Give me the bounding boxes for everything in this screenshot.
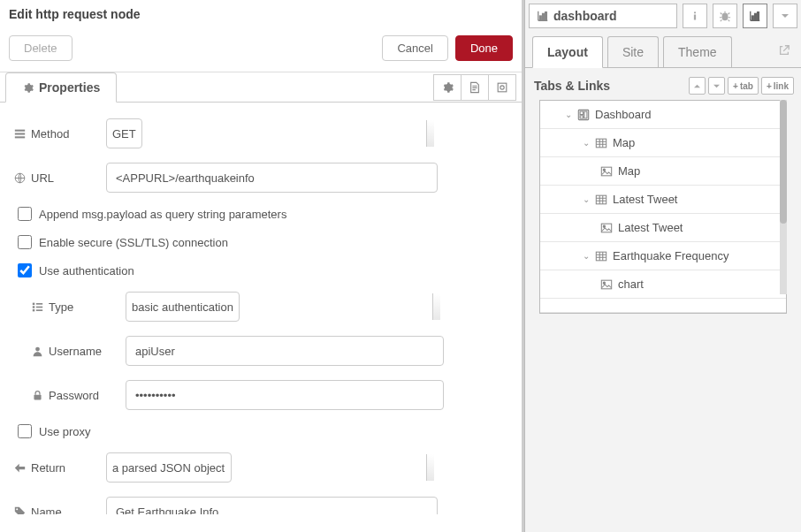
- cancel-button[interactable]: Cancel: [382, 35, 447, 61]
- chevron-down-icon: [713, 83, 720, 89]
- svg-point-1: [500, 85, 504, 88]
- add-link-button[interactable]: +link: [761, 77, 794, 95]
- password-label: Password: [49, 389, 99, 402]
- globe-icon: [14, 172, 26, 184]
- tab-site[interactable]: Site: [607, 36, 659, 67]
- svg-point-30: [603, 169, 605, 171]
- info-icon: [690, 11, 700, 21]
- tag-icon: [14, 506, 26, 515]
- svg-rect-35: [601, 280, 611, 289]
- chevron-down-icon: ⌄: [583, 194, 590, 204]
- scrollbar[interactable]: [780, 100, 787, 294]
- name-input[interactable]: [106, 497, 438, 514]
- dropdown-button[interactable]: [773, 4, 797, 28]
- node-settings-button[interactable]: [433, 74, 462, 101]
- bar-chart-icon: [537, 10, 549, 22]
- sidebar-tab-bar: Layout Site Theme: [525, 32, 801, 68]
- method-select[interactable]: GET: [106, 118, 142, 148]
- svg-rect-27: [580, 115, 584, 118]
- svg-rect-19: [694, 15, 696, 20]
- svg-rect-31: [596, 195, 606, 204]
- table-icon: [595, 194, 607, 206]
- auth-checkbox[interactable]: [18, 263, 32, 277]
- tree-label: Dashboard: [595, 108, 652, 121]
- dashboard-icon: [577, 109, 590, 121]
- add-tab-button[interactable]: +tab: [728, 77, 759, 95]
- auth-type-label: Type: [49, 300, 73, 314]
- form-area: Method GET URL Append msg.payload as que…: [0, 103, 522, 514]
- gear-icon: [441, 81, 454, 94]
- tab-theme[interactable]: Theme: [663, 36, 732, 67]
- svg-rect-28: [596, 139, 606, 148]
- node-help-button[interactable]: [461, 74, 489, 101]
- button-row: Delete Cancel Done: [0, 28, 522, 72]
- image-icon: [600, 278, 613, 291]
- tree-node-chart-widget[interactable]: chart: [540, 270, 786, 299]
- tree-node-map-widget[interactable]: Map: [540, 157, 786, 186]
- tree-label: Map: [613, 136, 635, 149]
- tree-label: Map: [618, 164, 640, 178]
- external-link-icon: [778, 44, 790, 57]
- svg-rect-0: [498, 83, 507, 92]
- done-button[interactable]: Done: [455, 35, 513, 61]
- svg-rect-17: [545, 12, 547, 20]
- username-input[interactable]: [126, 336, 444, 366]
- node-description-button[interactable]: [488, 74, 516, 101]
- tree-node-tweet-widget[interactable]: Latest Tweet: [540, 214, 786, 242]
- name-label: Name: [31, 505, 62, 515]
- svg-rect-26: [584, 111, 587, 118]
- svg-rect-21: [752, 16, 754, 19]
- svg-rect-34: [596, 252, 606, 261]
- svg-rect-2: [15, 129, 25, 131]
- tabs-links-header: Tabs & Links +tab +link: [525, 68, 801, 100]
- tree-node-eq-group[interactable]: ⌄ Earthquake Frequency: [540, 242, 786, 270]
- image-icon: [600, 222, 613, 234]
- debug-button[interactable]: [713, 4, 737, 28]
- append-checkbox[interactable]: [18, 207, 32, 221]
- auth-type-select[interactable]: basic authentication: [126, 292, 240, 322]
- url-label: URL: [31, 171, 54, 185]
- svg-rect-10: [33, 308, 34, 310]
- dashboard-dropdown[interactable]: dashboard: [529, 4, 677, 28]
- username-label: Username: [49, 345, 102, 358]
- tree-node-dashboard[interactable]: ⌄ Dashboard: [540, 101, 786, 129]
- return-select[interactable]: a parsed JSON object: [106, 452, 232, 483]
- tree-label: Latest Tweet: [613, 193, 677, 206]
- append-label: Append msg.payload as query string param…: [39, 208, 286, 221]
- svg-rect-3: [15, 133, 25, 134]
- svg-rect-15: [540, 16, 542, 19]
- tab-properties-label: Properties: [39, 80, 100, 95]
- method-label: Method: [31, 127, 69, 141]
- password-input[interactable]: [126, 380, 444, 410]
- tree-node-tweet-group[interactable]: ⌄ Latest Tweet: [540, 186, 786, 214]
- svg-point-14: [16, 508, 18, 510]
- tab-properties[interactable]: Properties: [5, 72, 117, 103]
- svg-rect-6: [33, 302, 34, 304]
- tab-bar: Properties: [0, 72, 522, 103]
- svg-rect-32: [601, 224, 611, 232]
- delete-button[interactable]: Delete: [9, 35, 72, 61]
- tab-layout[interactable]: Layout: [532, 36, 603, 68]
- ssl-checkbox[interactable]: [18, 235, 32, 249]
- file-icon: [469, 81, 481, 94]
- svg-rect-16: [543, 13, 545, 19]
- caret-down-icon: [782, 12, 789, 19]
- collapse-button[interactable]: [708, 77, 725, 95]
- expand-button[interactable]: [689, 77, 706, 95]
- bars-icon: [14, 128, 26, 140]
- table-icon: [595, 250, 607, 262]
- chevron-down-icon: ⌄: [583, 251, 590, 261]
- chevron-down-icon: ⌄: [583, 138, 590, 148]
- url-input[interactable]: [106, 163, 438, 193]
- tabs-links-title: Tabs & Links: [534, 79, 610, 93]
- proxy-checkbox[interactable]: [18, 424, 32, 438]
- tree-node-map-group[interactable]: ⌄ Map: [540, 129, 786, 157]
- svg-rect-13: [34, 394, 41, 399]
- arrow-left-icon: [14, 462, 26, 474]
- open-external-button[interactable]: [774, 36, 794, 67]
- svg-rect-23: [758, 12, 759, 20]
- edit-title: Edit http request node: [0, 0, 522, 28]
- chart-button[interactable]: [743, 4, 767, 28]
- info-button[interactable]: [683, 4, 707, 28]
- svg-rect-11: [36, 309, 42, 311]
